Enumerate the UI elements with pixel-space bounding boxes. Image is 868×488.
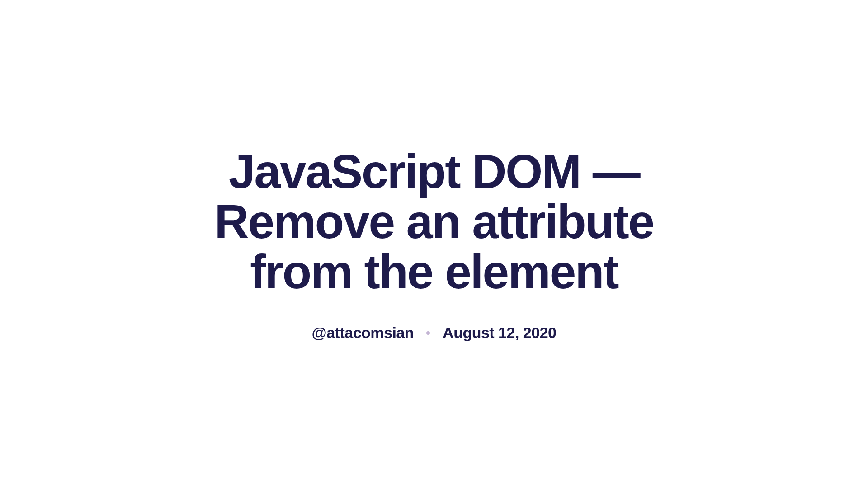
author-handle[interactable]: @attacomsian <box>312 324 414 342</box>
publish-date: August 12, 2020 <box>443 324 556 342</box>
separator-dot-icon <box>426 331 430 335</box>
article-meta: @attacomsian August 12, 2020 <box>181 324 687 342</box>
article-title: JavaScript DOM — Remove an attribute fro… <box>181 146 687 297</box>
article-header: JavaScript DOM — Remove an attribute fro… <box>163 146 705 342</box>
